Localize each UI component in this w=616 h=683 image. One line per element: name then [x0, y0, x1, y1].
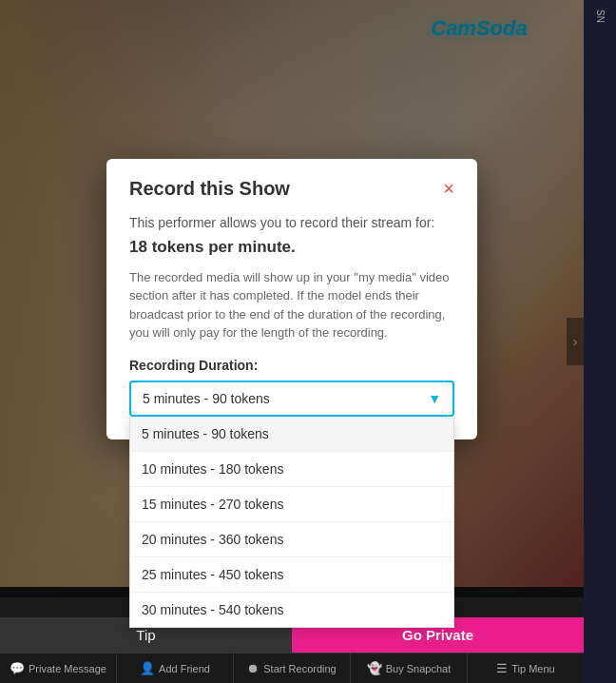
menu-icon: ☰ — [496, 661, 508, 675]
sn-label: SN — [595, 10, 606, 23]
nav-buy-snapchat-label: Buy Snapchat — [386, 663, 452, 674]
bottom-nav: 💬 Private Message 👤 Add Friend ⏺ Start R… — [0, 653, 584, 683]
duration-select-wrapper: 5 minutes - 90 tokens ▼ 5 minutes - 90 t… — [129, 381, 454, 417]
dropdown-list: 5 minutes - 90 tokens 10 minutes - 180 t… — [129, 417, 454, 628]
dropdown-item-0[interactable]: 5 minutes - 90 tokens — [130, 417, 453, 452]
nav-private-message-label: Private Message — [29, 663, 106, 674]
modal-overlay: Record this Show × This performer allows… — [0, 0, 584, 597]
nav-tip-menu-label: Tip Menu — [511, 663, 554, 674]
modal-description: This performer allows you to record thei… — [129, 215, 454, 230]
dropdown-item-3[interactable]: 20 minutes - 360 tokens — [130, 522, 453, 557]
nav-start-recording-label: Start Recording — [263, 663, 336, 674]
dropdown-item-5[interactable]: 30 minutes - 540 tokens — [130, 593, 453, 627]
record-modal: Record this Show × This performer allows… — [106, 159, 477, 439]
modal-price: 18 tokens per minute. — [129, 238, 454, 257]
dropdown-item-4[interactable]: 25 minutes - 450 tokens — [130, 557, 453, 593]
duration-select[interactable]: 5 minutes - 90 tokens ▼ — [129, 381, 454, 417]
modal-title: Record this Show — [129, 178, 290, 200]
modal-info: The recorded media will show up in your … — [129, 268, 454, 342]
dropdown-item-2[interactable]: 15 minutes - 270 tokens — [130, 487, 453, 522]
duration-label: Recording Duration: — [129, 358, 454, 373]
add-friend-icon: 👤 — [140, 661, 155, 675]
message-icon: 💬 — [10, 661, 25, 675]
nav-buy-snapchat[interactable]: 👻 Buy Snapchat — [351, 654, 468, 683]
chevron-down-icon: ▼ — [428, 391, 441, 406]
dropdown-item-1[interactable]: 10 minutes - 180 tokens — [130, 452, 453, 487]
selected-option-text: 5 minutes - 90 tokens — [143, 391, 270, 406]
modal-header: Record this Show × — [129, 178, 454, 200]
nav-start-recording[interactable]: ⏺ Start Recording — [234, 654, 351, 683]
nav-private-message[interactable]: 💬 Private Message — [0, 654, 117, 683]
nav-add-friend[interactable]: 👤 Add Friend — [117, 654, 234, 683]
right-sidebar: SN — [584, 0, 616, 683]
modal-close-button[interactable]: × — [443, 179, 454, 198]
nav-add-friend-label: Add Friend — [159, 663, 210, 674]
nav-tip-menu[interactable]: ☰ Tip Menu — [468, 654, 584, 683]
snapchat-icon: 👻 — [367, 661, 382, 675]
record-icon: ⏺ — [247, 661, 260, 675]
